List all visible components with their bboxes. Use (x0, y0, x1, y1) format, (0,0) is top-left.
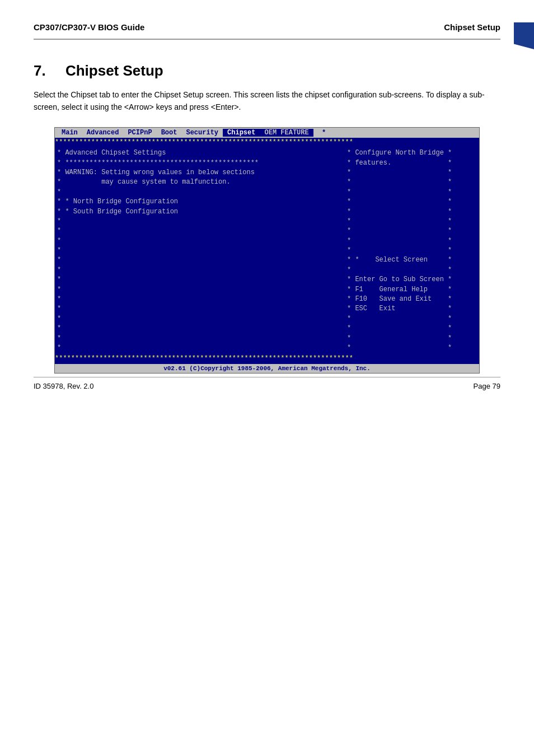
bios-right-20: * * (347, 334, 477, 343)
bios-right-esc: * ESC Exit * (347, 304, 477, 314)
bios-stars-top: ****************************************… (55, 138, 479, 147)
chapter-section: 7. Chipset Setup Select the Chipset tab … (34, 62, 500, 114)
bios-right-6: * * (347, 197, 477, 207)
menu-item-pcipnp[interactable]: PCIPnP (123, 129, 156, 137)
chapter-description: Select the Chipset tab to enter the Chip… (34, 88, 500, 114)
bios-right-select-screen: * * Select Screen * (347, 255, 477, 265)
bios-line-5: * (57, 188, 343, 197)
bios-line-13: * (57, 265, 343, 275)
bios-line-7: * * South Bridge Configuration (57, 207, 343, 217)
menu-item-security[interactable]: Security (181, 129, 223, 137)
menu-item-extra: * (313, 129, 330, 137)
bios-right-11: * * (347, 246, 477, 255)
bios-line-18: * (57, 314, 343, 324)
bios-line-8: * (57, 217, 343, 226)
bios-right-2: * features. * (347, 158, 477, 168)
bios-line-9: * (57, 226, 343, 236)
menu-item-oem[interactable]: OEM FEATURE (260, 129, 313, 137)
bios-menu-bar: Main Advanced PCIPnP Boot Security Chips… (55, 128, 479, 138)
bios-line-17: * (57, 304, 343, 314)
bios-right-enter: * Enter Go to Sub Screen * (347, 275, 477, 284)
bios-right-4: * * (347, 178, 477, 187)
bios-right-13: * * (347, 265, 477, 275)
bios-right-f10: * F10 Save and Exit * (347, 295, 477, 304)
page-container: CP307/CP307-V BIOS Guide Chipset Setup 7… (0, 0, 534, 407)
bios-line-19: * (57, 324, 343, 333)
bios-line-16: * (57, 295, 343, 304)
footer-id: ID 35978, Rev. 2.0 (34, 382, 93, 390)
bios-line-3: * WARNING: Setting wrong values in below… (57, 168, 343, 178)
bios-right-f1: * F1 General Help * (347, 285, 477, 295)
header-title-right: Chipset Setup (444, 22, 500, 32)
bios-right-5: * * (347, 188, 477, 197)
bios-line-11: * (57, 246, 343, 255)
bios-right-8: * * (347, 217, 477, 226)
bios-line-1: * Advanced Chipset Settings (57, 148, 343, 158)
bios-right-3: * * (347, 168, 477, 178)
bios-line-6: * * North Bridge Configuration (57, 197, 343, 207)
bios-line-10: * (57, 236, 343, 246)
bios-right-9: * * (347, 226, 477, 236)
header: CP307/CP307-V BIOS Guide Chipset Setup (34, 22, 500, 40)
page-footer: ID 35978, Rev. 2.0 Page 79 (34, 377, 500, 390)
bios-left-panel: * Advanced Chipset Settings * **********… (55, 147, 345, 354)
bios-right-19: * * (347, 324, 477, 333)
menu-item-boot[interactable]: Boot (157, 129, 182, 137)
chapter-title-text: Chipset Setup (65, 62, 163, 79)
bios-stars-bottom: ****************************************… (55, 354, 479, 363)
bios-line-4: * may cause system to malfunction. (57, 178, 343, 187)
bios-right-10: * * (347, 236, 477, 246)
chapter-number: 7. (34, 62, 46, 79)
bios-line-12: * (57, 255, 343, 265)
corner-tab (514, 22, 534, 49)
bios-body: * Advanced Chipset Settings * **********… (55, 147, 479, 354)
bios-line-21: * (57, 343, 343, 353)
bios-line-14: * (57, 275, 343, 284)
bios-right-7: * * (347, 207, 477, 217)
header-title-left: CP307/CP307-V BIOS Guide (34, 22, 144, 32)
bios-right-panel: * Configure North Bridge * * features. *… (345, 147, 479, 354)
bios-right-18: * * (347, 314, 477, 324)
bios-right-1: * Configure North Bridge * (347, 148, 477, 158)
menu-item-advanced[interactable]: Advanced (82, 129, 124, 137)
chapter-title: 7. Chipset Setup (34, 62, 500, 80)
bios-footer: v02.61 (C)Copyright 1985-2006, American … (55, 364, 479, 373)
bios-line-2: * **************************************… (57, 158, 343, 168)
menu-item-main[interactable]: Main (57, 129, 82, 137)
bios-screen: Main Advanced PCIPnP Boot Security Chips… (54, 127, 480, 374)
bios-line-20: * (57, 334, 343, 343)
bios-right-21: * * (347, 343, 477, 353)
footer-page: Page 79 (474, 382, 500, 390)
bios-line-15: * (57, 285, 343, 295)
menu-item-chipset[interactable]: Chipset (223, 129, 260, 137)
